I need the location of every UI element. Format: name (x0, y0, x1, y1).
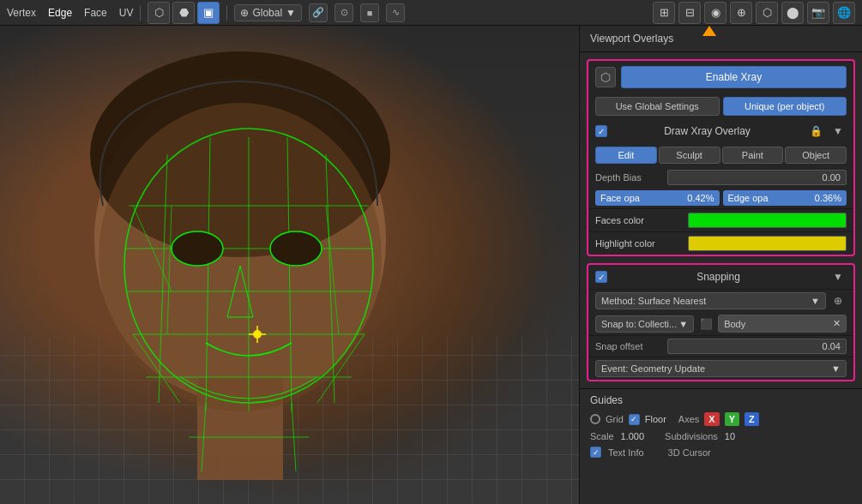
method-row: Method: Surface Nearest ▼ ⊕ (588, 290, 853, 312)
guides-row-2: Scale 1.000 Subdivisions 10 (590, 429, 852, 444)
snap-chevron-icon[interactable]: ▼ (829, 268, 847, 285)
settings-row: Use Global Settings Unique (per object) (588, 93, 853, 119)
guides-header: Guides (590, 394, 852, 406)
camera-icon[interactable]: 📷 (807, 2, 829, 24)
face-opa-field[interactable]: Face opa 0.42% (595, 190, 720, 206)
grid-circle[interactable] (590, 414, 600, 424)
top-toolbar: Vertex Edge Face UV ⬡ ⬣ ▣ ⊕ Global ▼ 🔗 ⊙… (0, 0, 862, 26)
transform-icon: ⊕ (240, 7, 249, 19)
menu-edge[interactable]: Edge (48, 7, 72, 19)
overlay-icon[interactable]: ⊕ (730, 2, 752, 24)
arrow-indicator (702, 26, 716, 36)
transform-chevron: ▼ (286, 7, 296, 19)
menu-vertex[interactable]: Vertex (7, 7, 36, 19)
body-close-icon[interactable]: ✕ (833, 318, 841, 329)
toolbar-icons: ⬡ ⬣ ▣ (148, 2, 220, 24)
tab-object[interactable]: Object (785, 147, 847, 164)
method-icon-btn[interactable]: ⊕ (829, 292, 847, 309)
face-opa-value: 0.42% (687, 193, 714, 203)
method-chevron: ▼ (811, 296, 820, 306)
depth-bias-label: Depth Bias (595, 172, 664, 183)
menu-uv[interactable]: UV (119, 7, 134, 19)
draw-xray-row: ✓ Draw Xray Overlay 🔒 ▼ (588, 119, 853, 143)
subdivisions-value: 10 (725, 431, 735, 441)
toolbar-right: ⊞ ⊟ ◉ ⊕ ⬡ ⬤ 📷 🌐 (653, 2, 855, 24)
color-icon[interactable]: ■ (360, 3, 379, 22)
character-bg (0, 26, 579, 504)
tabs-row: Edit Sculpt Paint Object (588, 143, 853, 167)
event-label: Event: Geometry Update (601, 363, 705, 374)
snap-offset-value[interactable]: 0.04 (667, 339, 847, 354)
face-opa-label: Face opa (600, 193, 640, 203)
guides-row-3: ✓ Text Info 3D Cursor (590, 444, 852, 460)
snap-offset-row: Snap offset 0.04 (588, 335, 853, 357)
snap-checkmark-icon: ✓ (598, 273, 605, 282)
snap-link-icon[interactable]: ⬛ (697, 315, 714, 333)
toolbar-menu: Vertex Edge Face UV (7, 7, 133, 19)
chevron-down-icon[interactable]: ▼ (829, 123, 847, 140)
text-info-checkbox[interactable]: ✓ (590, 447, 601, 458)
edge-opa-field[interactable]: Edge opa 0.36% (723, 190, 847, 206)
axis-y-button[interactable]: Y (725, 412, 739, 426)
event-dropdown[interactable]: Event: Geometry Update ▼ (595, 360, 847, 377)
svg-point-2 (90, 51, 390, 257)
lock-icon[interactable]: 🔒 (807, 123, 824, 140)
snapping-title: Snapping (612, 271, 824, 283)
viewport-icon-1[interactable]: ⊞ (653, 2, 675, 24)
overlays-title: Viewport Overlays (590, 33, 673, 45)
use-global-button[interactable]: Use Global Settings (595, 97, 720, 116)
enable-xray-button[interactable]: Enable Xray (621, 66, 847, 88)
edge-select-icon[interactable]: ⬣ (172, 2, 195, 24)
snap-offset-label: Snap offset (595, 341, 664, 351)
viewport-icon-2[interactable]: ⊟ (678, 2, 701, 24)
tab-paint[interactable]: Paint (722, 147, 784, 164)
method-dropdown[interactable]: Method: Surface Nearest ▼ (595, 292, 826, 309)
method-label: Method: Surface Nearest (601, 296, 706, 306)
vertex-select-icon[interactable]: ⬡ (148, 2, 170, 24)
snap-to-label: Snap to: (601, 319, 636, 329)
faces-color-row: Faces color (588, 208, 853, 231)
highlight-color-swatch[interactable] (688, 236, 847, 251)
scale-value: 1.000 (621, 431, 645, 441)
transform-label: Global (252, 7, 282, 19)
faces-color-swatch[interactable] (688, 213, 847, 228)
scene-icon[interactable]: 🌐 (833, 2, 855, 24)
snapping-checkbox[interactable]: ✓ (595, 271, 607, 283)
axis-z-button[interactable]: Z (744, 412, 759, 426)
body-field[interactable]: Body ✕ (718, 315, 847, 333)
grid-label: Grid (606, 414, 624, 424)
opacity-row: Face opa 0.42% Edge opa 0.36% (588, 188, 853, 208)
event-row: Event: Geometry Update ▼ (588, 357, 853, 380)
snap-icon[interactable]: ⊙ (335, 3, 353, 22)
event-chevron: ▼ (831, 363, 841, 374)
draw-xray-checkbox[interactable]: ✓ (595, 125, 607, 137)
checkmark-icon: ✓ (598, 127, 605, 136)
magnet-icon[interactable]: 🔗 (309, 3, 328, 22)
depth-bias-value[interactable]: 0.00 (667, 170, 847, 185)
body-label: Body (724, 319, 745, 329)
curve-icon[interactable]: ∿ (386, 3, 405, 22)
edge-opa-value: 0.36% (815, 193, 841, 203)
scale-label: Scale (590, 431, 614, 441)
xray-toggle[interactable]: ⬡ (756, 2, 778, 24)
transform-global[interactable]: ⊕ Global ▼ (234, 4, 302, 21)
guides-section: Guides Grid ✓ Floor Axes X Y Z Scale 1.0… (580, 388, 862, 465)
axis-x-button[interactable]: X (704, 412, 719, 426)
guides-title: Guides (590, 394, 623, 406)
viewport (0, 26, 579, 504)
xray-icon: ⬡ (595, 67, 616, 87)
unique-per-object-button[interactable]: Unique (per object) (723, 97, 847, 116)
snap-to-dropdown[interactable]: Snap to: Collecti... ▼ (595, 315, 694, 333)
floor-checkbox[interactable]: ✓ (629, 414, 640, 425)
tab-edit[interactable]: Edit (595, 147, 657, 164)
depth-bias-row: Depth Bias 0.00 (588, 167, 853, 188)
tab-sculpt[interactable]: Sculpt (659, 147, 720, 164)
xray-section: ⬡ Enable Xray Use Global Settings Unique… (587, 59, 855, 256)
svg-line-15 (133, 206, 172, 291)
highlight-color-label: Highlight color (595, 238, 681, 249)
face-select-icon[interactable]: ▣ (197, 2, 220, 24)
render-icon[interactable]: ⬤ (781, 2, 804, 24)
enable-xray-row: ⬡ Enable Xray (588, 61, 853, 93)
shading-icon[interactable]: ◉ (704, 2, 726, 24)
menu-face[interactable]: Face (84, 7, 107, 19)
